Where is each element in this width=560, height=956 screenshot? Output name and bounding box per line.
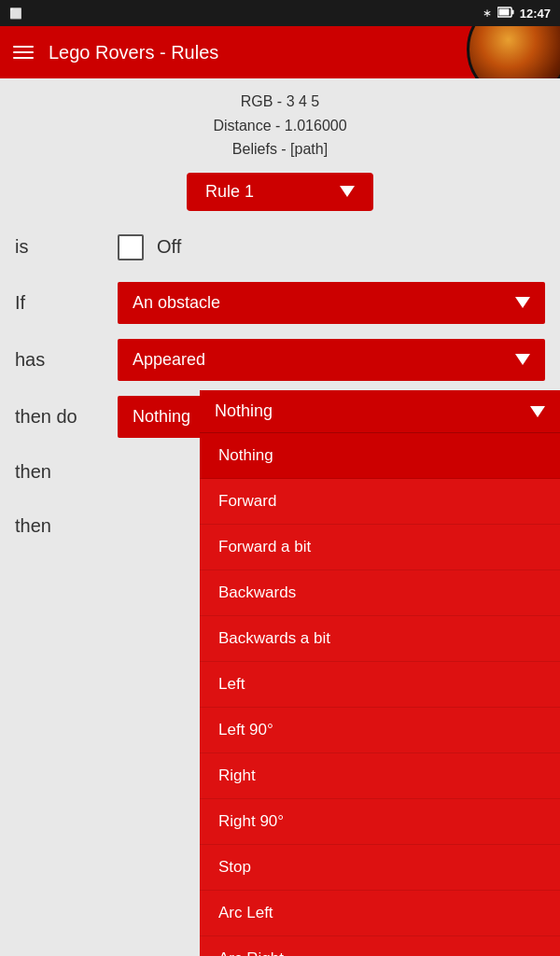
dropdown-option-arc-right[interactable]: Arc Right (200, 936, 560, 956)
dropdown-open-arrow-icon (530, 406, 545, 417)
dropdown-option-backwards[interactable]: Backwards (200, 570, 560, 616)
info-section: RGB - 3 4 5 Distance - 1.016000 Beliefs … (0, 78, 560, 169)
dropdown-option-stop[interactable]: Stop (200, 845, 560, 891)
rule-dropdown-label: Rule 1 (205, 182, 254, 202)
status-bar-right: ∗ 12:47 (483, 7, 551, 21)
if-dropdown[interactable]: An obstacle (118, 282, 545, 324)
dropdown-open-header[interactable]: Nothing (200, 390, 560, 433)
then2-label: then (15, 515, 118, 537)
has-control: Appeared (118, 339, 545, 381)
then1-label: then (15, 461, 118, 483)
then-do-dropdown-open: Nothing Nothing Forward Forward a bit Ba… (200, 390, 560, 956)
has-row: has Appeared (0, 331, 560, 388)
has-dropdown-arrow-icon (515, 354, 530, 365)
dropdown-option-left[interactable]: Left (200, 662, 560, 708)
beliefs-info: Beliefs - [path] (0, 137, 560, 162)
is-row: is Off (0, 220, 560, 274)
dropdown-option-arc-left[interactable]: Arc Left (200, 891, 560, 936)
screen-icon: ⬜ (9, 7, 22, 20)
distance-info: Distance - 1.016000 (0, 114, 560, 138)
rule-dropdown-arrow-icon (340, 186, 355, 197)
app-title: Lego Rovers - Rules (49, 42, 218, 63)
dropdown-selected-value: Nothing (215, 401, 273, 421)
status-bar-left: ⬜ (9, 7, 22, 20)
dropdown-option-right-90[interactable]: Right 90° (200, 799, 560, 845)
if-label: If (15, 292, 118, 314)
rule-dropdown[interactable]: Rule 1 (187, 173, 373, 211)
dropdown-option-forward-a-bit[interactable]: Forward a bit (200, 525, 560, 570)
has-dropdown-value: Appeared (133, 350, 205, 370)
app-bar: Lego Rovers - Rules (0, 26, 560, 78)
rgb-info: RGB - 3 4 5 (0, 90, 560, 114)
svg-rect-1 (511, 9, 513, 14)
dropdown-option-left-90[interactable]: Left 90° (200, 708, 560, 753)
then-do-dropdown-value: Nothing (133, 407, 190, 427)
planet-image (467, 26, 560, 78)
battery-icon (497, 7, 514, 21)
if-dropdown-value: An obstacle (133, 293, 220, 313)
has-dropdown[interactable]: Appeared (118, 339, 545, 381)
if-dropdown-arrow-icon (515, 297, 530, 308)
has-label: has (15, 349, 118, 371)
dropdown-option-backwards-a-bit[interactable]: Backwards a bit (200, 616, 560, 662)
off-label: Off (157, 236, 181, 258)
is-control: Off (118, 234, 545, 260)
bluetooth-icon: ∗ (483, 7, 492, 20)
hamburger-menu-button[interactable] (13, 46, 34, 59)
svg-rect-2 (498, 8, 509, 15)
if-control: An obstacle (118, 282, 545, 324)
rule-dropdown-container: Rule 1 (0, 169, 560, 220)
is-label: is (15, 236, 118, 258)
then-do-label: then do (15, 406, 118, 428)
status-time: 12:47 (520, 7, 551, 21)
is-checkbox[interactable] (118, 234, 144, 260)
status-bar: ⬜ ∗ 12:47 (0, 0, 560, 26)
dropdown-option-forward[interactable]: Forward (200, 479, 560, 525)
dropdown-option-right[interactable]: Right (200, 753, 560, 799)
if-row: If An obstacle (0, 274, 560, 331)
dropdown-option-nothing[interactable]: Nothing (200, 433, 560, 479)
